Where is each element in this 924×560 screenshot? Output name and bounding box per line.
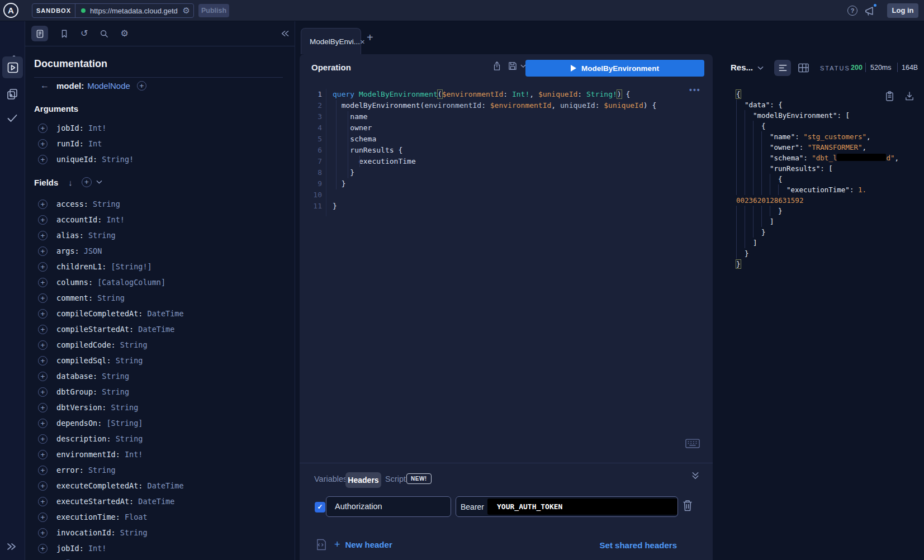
code-line[interactable]: 7 executionTime xyxy=(300,156,713,167)
explorer-nav-item-selected[interactable] xyxy=(2,56,23,78)
tab-script[interactable]: Script xyxy=(385,474,406,483)
field-row[interactable]: +compileCompletedAt: DateTime xyxy=(25,306,295,321)
field-row[interactable]: +dbtVersion: String xyxy=(25,400,295,415)
field-row[interactable]: +environmentId: Int! xyxy=(25,447,295,462)
add-field-to-query-icon[interactable]: + xyxy=(38,544,48,553)
add-all-fields-icon[interactable]: + xyxy=(82,177,92,187)
expand-rail-icon[interactable] xyxy=(6,542,17,552)
add-field-to-query-icon[interactable]: + xyxy=(38,403,48,412)
collapse-sheet-icon[interactable] xyxy=(691,471,700,481)
field-row[interactable]: +compiledSql: String xyxy=(25,353,295,368)
field-row[interactable]: +executeStartedAt: DateTime xyxy=(25,493,295,509)
field-row[interactable]: +columns: [CatalogColumn] xyxy=(25,274,295,290)
search-icon[interactable] xyxy=(99,29,108,38)
code-line[interactable]: 8 } xyxy=(300,167,713,178)
collections-icon[interactable] xyxy=(6,88,18,100)
add-field-to-query-icon[interactable]: + xyxy=(38,481,48,491)
add-field-to-query-icon[interactable]: + xyxy=(38,450,48,459)
apollo-logo[interactable]: A xyxy=(3,3,18,18)
close-tab-icon[interactable]: × xyxy=(360,37,365,46)
field-row[interactable]: +dbtGroup: String xyxy=(25,384,295,400)
add-field-to-query-icon[interactable]: + xyxy=(38,262,48,272)
tab-headers-selected[interactable]: Headers xyxy=(345,472,381,488)
run-operation-button[interactable]: ModelByEnvironment xyxy=(525,60,704,77)
code-line[interactable]: 6 runResults { xyxy=(300,145,713,156)
field-row[interactable]: +args: JSON xyxy=(25,243,295,259)
back-arrow-icon[interactable]: ← xyxy=(40,80,49,91)
preflight-script-icon[interactable] xyxy=(315,538,327,551)
add-field-to-query-icon[interactable]: + xyxy=(38,434,48,444)
field-row[interactable]: +comment: String xyxy=(25,290,295,306)
sort-fields-icon[interactable]: ↓ xyxy=(68,178,73,187)
code-line[interactable]: 9 } xyxy=(300,178,713,189)
history-icon[interactable]: ↺ xyxy=(80,29,88,38)
header-value-input[interactable]: Bearer YOUR_AUTH_TOKEN xyxy=(456,496,678,517)
documentation-tab-selected[interactable] xyxy=(31,26,48,41)
add-field-to-query-icon[interactable]: + xyxy=(38,124,48,133)
formatted-view-toggle-selected[interactable] xyxy=(774,60,791,76)
add-field-to-query-icon[interactable]: + xyxy=(38,356,48,366)
code-line[interactable]: 3 name xyxy=(300,111,713,122)
code-line[interactable]: 1query ModelByEnvironment($environmentId… xyxy=(300,89,713,100)
response-dropdown-chevron-icon[interactable] xyxy=(757,66,764,70)
add-field-to-query-icon[interactable]: + xyxy=(38,466,48,475)
add-field-to-query-icon[interactable]: + xyxy=(38,528,48,538)
code-line[interactable]: 2 modelByEnvironment(environmentId: $env… xyxy=(300,100,713,111)
add-field-to-query-icon[interactable]: + xyxy=(38,215,48,225)
add-field-to-query-icon[interactable]: + xyxy=(38,419,48,428)
field-row[interactable]: +access: String xyxy=(25,196,295,212)
add-field-to-query-icon[interactable]: + xyxy=(38,200,48,209)
add-field-to-query-icon[interactable]: + xyxy=(38,278,48,287)
chevron-down-icon[interactable] xyxy=(96,180,102,184)
add-field-to-query-icon[interactable]: + xyxy=(38,325,48,334)
add-field-to-query-icon[interactable]: + xyxy=(38,246,48,256)
field-row[interactable]: +dependsOn: [String] xyxy=(25,415,295,431)
share-operation-icon[interactable] xyxy=(492,61,502,72)
code-line[interactable]: 10 xyxy=(300,189,713,201)
help-icon[interactable]: ? xyxy=(847,6,857,16)
add-field-to-query-icon[interactable]: + xyxy=(38,512,48,522)
header-enabled-checkbox[interactable]: ✓ xyxy=(315,502,325,512)
tab-variables[interactable]: Variables xyxy=(314,474,347,483)
field-row[interactable]: +error: String xyxy=(25,462,295,478)
argument-row[interactable]: +runId: Int xyxy=(25,136,295,151)
publish-button[interactable]: Publish xyxy=(198,4,229,17)
auth-token-value[interactable]: YOUR_AUTH_TOKEN xyxy=(487,499,677,515)
add-field-to-query-icon[interactable]: + xyxy=(38,309,48,319)
field-row[interactable]: +alias: String xyxy=(25,227,295,243)
response-panel-title[interactable]: Res... xyxy=(731,63,753,72)
delete-header-icon[interactable] xyxy=(682,499,693,512)
field-row[interactable]: +jobId: Int! xyxy=(25,540,295,556)
settings-gear-icon[interactable]: ⚙ xyxy=(120,29,128,38)
field-row[interactable]: +compiledCode: String xyxy=(25,337,295,353)
code-line[interactable]: 4 owner xyxy=(300,122,713,134)
field-row[interactable]: +database: String xyxy=(25,368,295,384)
argument-row[interactable]: +jobId: Int! xyxy=(25,120,295,136)
add-to-query-icon[interactable]: + xyxy=(137,81,146,91)
field-row[interactable]: +invocationId: String xyxy=(25,525,295,540)
add-field-to-query-icon[interactable]: + xyxy=(38,155,48,164)
new-header-button[interactable]: + New header xyxy=(334,539,392,549)
field-row[interactable]: +accountId: Int! xyxy=(25,212,295,227)
argument-row[interactable]: +uniqueId: String! xyxy=(25,151,295,167)
keyboard-shortcuts-icon[interactable] xyxy=(685,439,700,448)
set-shared-headers-link[interactable]: Set shared headers xyxy=(600,540,677,550)
collapse-panel-icon[interactable] xyxy=(281,29,290,38)
operation-tab[interactable]: ModelByEnvi... × xyxy=(301,28,361,54)
field-row[interactable]: +description: String xyxy=(25,431,295,447)
query-editor[interactable]: 1query ModelByEnvironment($environmentId… xyxy=(300,89,713,212)
add-field-to-query-icon[interactable]: + xyxy=(38,497,48,506)
save-operation-icon[interactable] xyxy=(508,61,518,71)
add-field-to-query-icon[interactable]: + xyxy=(38,387,48,397)
add-field-to-query-icon[interactable]: + xyxy=(38,231,48,240)
add-field-to-query-icon[interactable]: + xyxy=(38,340,48,350)
add-field-to-query-icon[interactable]: + xyxy=(38,293,48,303)
table-view-toggle-icon[interactable] xyxy=(798,63,809,73)
checks-icon[interactable] xyxy=(6,112,18,124)
breadcrumb-type-link[interactable]: ModelNode xyxy=(87,81,130,91)
endpoint-settings-gear-icon[interactable]: ⚙ xyxy=(183,6,190,16)
new-tab-icon[interactable]: + xyxy=(367,32,373,43)
add-field-to-query-icon[interactable]: + xyxy=(38,139,48,149)
code-line[interactable]: 5 schema xyxy=(300,134,713,145)
add-field-to-query-icon[interactable]: + xyxy=(38,372,48,381)
